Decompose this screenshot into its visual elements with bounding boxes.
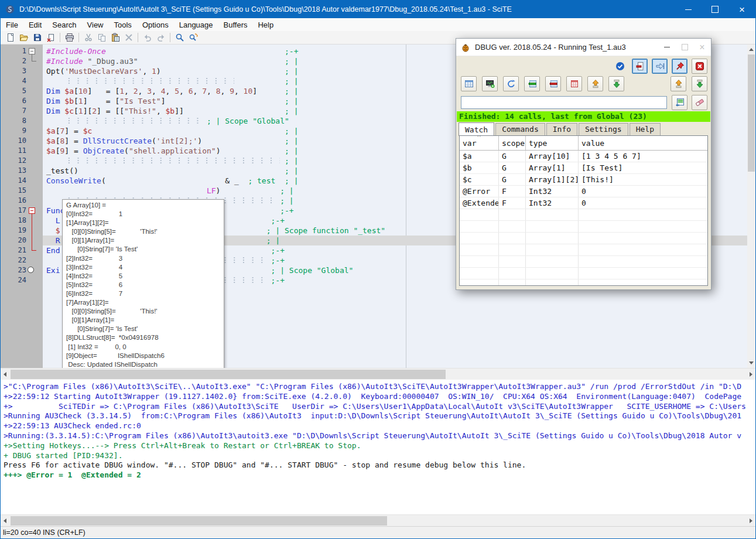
watch-row-empty[interactable] (460, 221, 707, 233)
tab-watch[interactable]: Watch (459, 122, 494, 136)
output-line[interactable]: +++> @Error = 1 @Extended = 2 (4, 470, 755, 480)
menu-item-search[interactable]: Search (47, 19, 81, 30)
watch-row[interactable]: $aGArray[10][1 3 4 5 6 7] (460, 151, 707, 162)
line-number[interactable]: 13 (1, 166, 26, 176)
step-over-button[interactable] (652, 59, 668, 74)
break-on-line-button[interactable] (632, 59, 648, 74)
line-number[interactable]: 17 (1, 206, 26, 216)
stop-debug-button[interactable] (692, 59, 707, 74)
find-advanced-button[interactable] (186, 32, 200, 44)
output-line[interactable]: +>Setting Hotkeys...--> Press Ctrl+Alt+B… (4, 441, 755, 451)
dbug-close-button[interactable]: × (693, 39, 711, 56)
line-number[interactable]: 11 (1, 146, 26, 156)
scroll-left-arrow-icon[interactable] (4, 372, 6, 377)
scroll-left-arrow-icon[interactable] (4, 518, 6, 523)
column-header-value[interactable]: value (579, 136, 707, 150)
watch-row-empty[interactable] (460, 233, 707, 244)
delete-watch-row-button[interactable] (545, 76, 561, 91)
menu-item-tools[interactable]: Tools (109, 19, 137, 30)
tab-commands[interactable]: Commands (495, 123, 545, 135)
new-button[interactable] (4, 32, 17, 44)
line-number[interactable]: 19 (1, 226, 26, 236)
line-number[interactable]: 10 (1, 136, 26, 146)
watch-row[interactable]: $bGArray[1][Is Test] (460, 162, 707, 174)
line-number[interactable]: 16 (1, 196, 26, 206)
line-number[interactable]: 15 (1, 186, 26, 196)
scroll-right-arrow-icon[interactable] (750, 518, 752, 523)
line-number[interactable]: 8 (1, 116, 26, 126)
refresh-button[interactable] (503, 76, 519, 91)
breakpoint-marker-icon[interactable] (28, 267, 34, 273)
tab-help[interactable]: Help (630, 123, 661, 135)
output-line[interactable]: >Running AU3Check (3.3.14.5) from:C:\Pro… (4, 411, 755, 421)
watch-row[interactable]: @ErrorFInt320 (460, 186, 707, 197)
copy-button[interactable] (95, 32, 108, 44)
add-watch-button[interactable] (672, 95, 687, 110)
watch-row-empty[interactable] (460, 244, 707, 256)
output-line[interactable]: +>22:59:12 Starting AutoIt3Wrapper (19.1… (4, 392, 755, 402)
watch-row-empty[interactable] (460, 279, 707, 286)
scroll-down-arrow-icon[interactable] (749, 361, 754, 364)
dbug-minimize-button[interactable] (658, 39, 676, 56)
line-number[interactable]: 18 (1, 216, 26, 226)
move-row-up-button[interactable] (587, 76, 603, 91)
line-number[interactable]: 20 (1, 236, 26, 245)
watch-row-empty[interactable] (460, 256, 707, 268)
line-number[interactable]: 1 (1, 46, 26, 56)
scroll-up-arrow-icon[interactable] (749, 48, 754, 51)
pin-window-button[interactable] (672, 59, 687, 74)
tab-info[interactable]: Info (546, 123, 577, 135)
cut-button[interactable] (81, 32, 95, 44)
output-line[interactable]: +> SciTEDir => C:\Program Files (x86)\Au… (4, 402, 755, 412)
maximize-button[interactable] (702, 1, 728, 18)
menu-item-options[interactable]: Options (137, 19, 174, 30)
line-number[interactable]: 5 (1, 86, 26, 96)
dbug-titlebar[interactable]: DBUG ver. 2018.05.24 - Running Test_1.au… (456, 39, 711, 56)
redo-button[interactable] (154, 32, 167, 44)
menu-item-view[interactable]: View (82, 19, 109, 30)
fold-collapse-icon[interactable] (29, 48, 35, 54)
watch-row-empty[interactable] (460, 209, 707, 221)
print-button[interactable] (63, 32, 76, 44)
output-line[interactable]: >"C:\Program Files (x86)\AutoIt3\SciTE\.… (4, 382, 755, 392)
show-watch-table-button[interactable] (461, 76, 477, 91)
minimize-button[interactable] (675, 1, 702, 18)
scroll-up-button[interactable] (671, 76, 686, 91)
move-row-down-button[interactable] (608, 76, 624, 91)
line-number[interactable]: 22 (1, 255, 26, 265)
output-horizontal-scrollbar[interactable] (1, 514, 755, 526)
line-number[interactable]: 23 (1, 265, 26, 275)
output-line[interactable]: +>22:59:13 AU3Check ended.rc:0 (4, 421, 755, 431)
line-number[interactable]: 3 (1, 66, 26, 76)
line-number[interactable]: 21 (1, 245, 26, 255)
line-number[interactable]: 4 (1, 76, 26, 86)
menu-item-help[interactable]: Help (252, 19, 279, 30)
line-number[interactable]: 2 (1, 56, 26, 66)
line-number[interactable]: 7 (1, 106, 26, 116)
vertical-scrollbar-thumb[interactable] (748, 54, 755, 172)
output-line[interactable]: Press F6 for activate DBUG window. "#...… (4, 460, 755, 470)
clear-watch-button[interactable] (692, 95, 707, 110)
highlight-table-button[interactable] (566, 76, 582, 91)
line-number[interactable]: 12 (1, 156, 26, 166)
scroll-right-arrow-icon[interactable] (750, 372, 752, 377)
horizontal-scrollbar-thumb[interactable] (11, 370, 446, 379)
watch-expression-input[interactable] (461, 96, 667, 109)
paste-button[interactable] (108, 32, 122, 44)
output-line[interactable]: + DBUG started [PID:9432]. (4, 451, 755, 461)
line-number[interactable]: 9 (1, 126, 26, 136)
insert-watch-row-button[interactable] (524, 76, 540, 91)
line-number[interactable]: 6 (1, 96, 26, 106)
line-number[interactable]: 14 (1, 176, 26, 186)
watch-row-empty[interactable] (460, 268, 707, 279)
find-button[interactable] (173, 32, 186, 44)
open-button[interactable] (17, 32, 30, 44)
confirm-button[interactable] (612, 59, 628, 74)
line-number[interactable]: 24 (1, 275, 26, 285)
watch-row[interactable]: @ExtendedFInt320 (460, 197, 707, 209)
dbug-maximize-button[interactable] (676, 39, 693, 56)
save-button[interactable] (30, 32, 44, 44)
undo-button[interactable] (141, 32, 154, 44)
menu-item-edit[interactable]: Edit (23, 19, 47, 30)
horizontal-scrollbar-thumb[interactable] (11, 516, 387, 526)
